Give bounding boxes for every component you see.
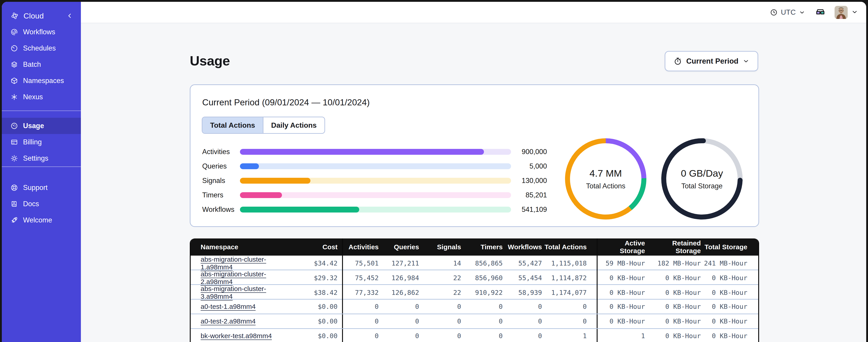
namespace-link[interactable]: abs-migration-cluster-1.a98mm4: [200, 255, 266, 271]
table-row: abs-migration-cluster-1.a98mm4$34.4275,5…: [191, 255, 758, 270]
billing-icon: [10, 138, 18, 146]
sidebar-item-label: Workflows: [23, 28, 55, 36]
bar-value: 130,000: [511, 177, 547, 185]
table-row: abs-migration-cluster-2.a98mm4$29.3275,4…: [191, 270, 758, 285]
value-cell: 856,865: [462, 260, 504, 267]
sidebar-item-batch[interactable]: Batch: [2, 57, 81, 73]
sidebar-item-usage[interactable]: Usage: [2, 118, 81, 134]
value-cell: 0: [504, 303, 543, 310]
namespace-link[interactable]: abs-migration-cluster-2.a98mm4: [200, 270, 266, 285]
value-cell: 22: [420, 274, 462, 282]
value-cell: 14: [420, 260, 462, 267]
account-menu-chevron-icon[interactable]: [851, 8, 858, 16]
sidebar-item-label: Schedules: [23, 44, 56, 52]
value-cell: 0: [379, 332, 420, 340]
clock-icon: [770, 8, 778, 16]
sidebar-item-label: Welcome: [23, 216, 52, 224]
sidebar-item-settings[interactable]: Settings: [2, 150, 81, 167]
timezone-selector[interactable]: UTC: [770, 8, 805, 16]
column-header-cost: Cost: [297, 238, 343, 255]
value-cell: 0: [379, 317, 420, 325]
column-header-namespace: Namespace: [191, 243, 297, 251]
bar-fill: [240, 163, 259, 169]
timezone-value: UTC: [781, 8, 796, 16]
namespace-cell: a0-test-2.a98mm4: [191, 317, 297, 325]
sidebar-collapse-icon[interactable]: [66, 12, 73, 19]
docs-icon: [10, 200, 18, 208]
bar-row-workflows: Workflows541,109: [202, 202, 547, 217]
namespace-link[interactable]: a0-test-2.a98mm4: [200, 317, 255, 325]
main-content: Usage Current Period Current Period (09/…: [81, 24, 866, 342]
bar-value: 5,000: [511, 162, 547, 170]
namespace-link[interactable]: abs-migration-cluster-3.a98mm4: [200, 285, 266, 300]
feature-glasses-icon[interactable]: [815, 7, 826, 18]
usage-icon: [10, 122, 18, 130]
value-cell: 1,174,077: [543, 285, 597, 300]
app-window: Cloud WorkflowsSchedulesBatchNamespacesN…: [2, 2, 866, 342]
period-selector-button[interactable]: Current Period: [665, 51, 758, 71]
value-cell: 0 KB-Hour: [597, 274, 646, 282]
namespace-cell: abs-migration-cluster-1.a98mm4: [191, 255, 297, 271]
sidebar-item-welcome[interactable]: Welcome: [2, 212, 81, 228]
value-cell: 0: [504, 317, 543, 325]
sidebar-item-billing[interactable]: Billing: [2, 134, 81, 150]
value-cell: 0: [420, 332, 462, 340]
value-cell: 0 KB-Hour: [646, 303, 702, 310]
current-period-card: Current Period (09/01/2024 — 10/01/2024)…: [190, 84, 759, 227]
value-cell: 182 MB-Hour: [646, 260, 702, 267]
column-header-retained-storage: Retained Storage: [646, 239, 702, 255]
namespace-cell: abs-migration-cluster-2.a98mm4: [191, 270, 297, 285]
value-cell: 0: [462, 317, 504, 325]
bar-track: [240, 178, 511, 184]
value-cell: 58,939: [504, 289, 543, 297]
column-header-activities: Activities: [343, 243, 379, 251]
tab-daily-actions[interactable]: Daily Actions: [263, 117, 324, 133]
sidebar-item-nexus[interactable]: Nexus: [2, 89, 81, 105]
sidebar-item-label: Batch: [23, 61, 41, 69]
column-header-active-storage: Active Storage: [597, 239, 646, 255]
value-cell: $34.42: [297, 255, 343, 271]
sidebar-item-label: Settings: [23, 154, 48, 163]
value-cell: 22: [420, 289, 462, 297]
total-actions-value: 4.7 MM: [589, 168, 622, 179]
value-cell: 77,332: [343, 289, 379, 297]
namespace-cell: bk-worker-test.a98mm4: [191, 332, 297, 340]
sidebar-brand[interactable]: Cloud: [2, 8, 81, 24]
namespaces-icon: [10, 77, 18, 84]
column-header-total-actions: Total Actions: [543, 238, 597, 255]
value-cell: 0: [379, 303, 420, 310]
value-cell: 0: [543, 300, 597, 314]
namespace-link[interactable]: a0-test-1.a98mm4: [200, 303, 255, 310]
total-storage-donut: 0 GB/Day Total Storage: [659, 136, 745, 222]
sidebar-nav-help: SupportDocsWelcome: [2, 179, 81, 228]
sidebar-item-label: Support: [23, 184, 48, 192]
sidebar-item-namespaces[interactable]: Namespaces: [2, 73, 81, 89]
sidebar-item-support[interactable]: Support: [2, 179, 81, 196]
column-header-workflows: Workflows: [504, 243, 543, 251]
avatar[interactable]: [835, 6, 848, 19]
value-cell: 0 KB-Hour: [597, 289, 646, 297]
value-cell: 0 KB-Hour: [702, 332, 758, 340]
bar-track: [240, 192, 511, 198]
value-cell: 910,922: [462, 289, 504, 297]
sidebar-item-workflows[interactable]: Workflows: [2, 24, 81, 40]
sidebar-divider: [2, 167, 81, 167]
column-header-queries: Queries: [379, 243, 420, 251]
value-cell: 126,984: [379, 274, 420, 282]
value-cell: 1,114,872: [543, 270, 597, 285]
tab-total-actions[interactable]: Total Actions: [203, 117, 263, 133]
total-storage-label: Total Storage: [681, 182, 723, 190]
value-cell: 0: [543, 314, 597, 328]
value-cell: 0: [462, 332, 504, 340]
value-cell: 0 KB-Hour: [702, 317, 758, 325]
batch-icon: [10, 61, 18, 68]
namespace-usage-table: NamespaceCostActivitiesQueriesSignalsTim…: [190, 238, 759, 342]
table-row: bk-worker-test.a98mm4$0.0000000110 KB-Ho…: [191, 329, 758, 342]
sidebar-item-docs[interactable]: Docs: [2, 196, 81, 212]
value-cell: 0 KB-Hour: [646, 289, 702, 297]
value-cell: 1: [597, 332, 646, 340]
value-cell: 0 KB-Hour: [702, 274, 758, 282]
namespace-link[interactable]: bk-worker-test.a98mm4: [200, 332, 272, 340]
value-cell: 0 KB-Hour: [702, 303, 758, 310]
sidebar-item-schedules[interactable]: Schedules: [2, 40, 81, 57]
